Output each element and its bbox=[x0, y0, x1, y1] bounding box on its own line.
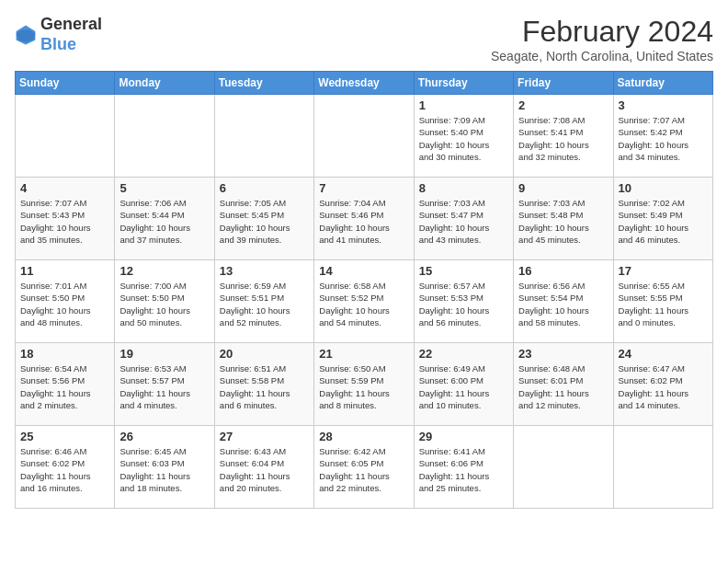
calendar-week-row: 4Sunrise: 7:07 AM Sunset: 5:43 PM Daylig… bbox=[16, 178, 713, 260]
day-info: Sunrise: 6:41 AM Sunset: 6:06 PM Dayligh… bbox=[419, 445, 508, 494]
day-info: Sunrise: 6:47 AM Sunset: 6:02 PM Dayligh… bbox=[619, 362, 708, 411]
weekday-header-row: SundayMondayTuesdayWednesdayThursdayFrid… bbox=[16, 72, 713, 95]
weekday-header-friday: Friday bbox=[514, 72, 613, 95]
calendar-cell bbox=[613, 426, 712, 509]
calendar-cell bbox=[115, 95, 214, 178]
weekday-header-wednesday: Wednesday bbox=[314, 72, 414, 95]
day-info: Sunrise: 7:08 AM Sunset: 5:41 PM Dayligh… bbox=[518, 114, 608, 163]
day-info: Sunrise: 6:42 AM Sunset: 6:05 PM Dayligh… bbox=[319, 445, 408, 494]
day-info: Sunrise: 7:09 AM Sunset: 5:40 PM Dayligh… bbox=[419, 114, 508, 163]
calendar-week-row: 1Sunrise: 7:09 AM Sunset: 5:40 PM Daylig… bbox=[16, 95, 713, 178]
calendar-cell: 3Sunrise: 7:07 AM Sunset: 5:42 PM Daylig… bbox=[613, 95, 712, 178]
day-number: 8 bbox=[419, 181, 508, 195]
calendar-cell: 29Sunrise: 6:41 AM Sunset: 6:06 PM Dayli… bbox=[414, 426, 513, 509]
day-info: Sunrise: 6:43 AM Sunset: 6:04 PM Dayligh… bbox=[220, 445, 309, 494]
location: Seagate, North Carolina, United States bbox=[491, 49, 713, 63]
day-number: 20 bbox=[220, 347, 309, 361]
calendar-cell bbox=[16, 95, 115, 178]
calendar-cell: 17Sunrise: 6:55 AM Sunset: 5:55 PM Dayli… bbox=[613, 260, 712, 343]
day-info: Sunrise: 7:01 AM Sunset: 5:50 PM Dayligh… bbox=[20, 280, 109, 328]
logo-icon bbox=[15, 24, 37, 46]
calendar-cell: 22Sunrise: 6:49 AM Sunset: 6:00 PM Dayli… bbox=[414, 343, 513, 426]
day-info: Sunrise: 7:05 AM Sunset: 5:45 PM Dayligh… bbox=[220, 197, 309, 246]
calendar-cell: 11Sunrise: 7:01 AM Sunset: 5:50 PM Dayli… bbox=[16, 260, 115, 343]
calendar-cell: 5Sunrise: 7:06 AM Sunset: 5:44 PM Daylig… bbox=[115, 178, 214, 260]
day-info: Sunrise: 6:45 AM Sunset: 6:03 PM Dayligh… bbox=[119, 445, 209, 494]
day-number: 22 bbox=[419, 347, 508, 361]
day-number: 17 bbox=[619, 264, 708, 278]
day-number: 21 bbox=[319, 347, 408, 361]
day-number: 27 bbox=[220, 430, 309, 443]
calendar-week-row: 25Sunrise: 6:46 AM Sunset: 6:02 PM Dayli… bbox=[16, 426, 713, 509]
calendar-cell: 23Sunrise: 6:48 AM Sunset: 6:01 PM Dayli… bbox=[514, 343, 613, 426]
day-info: Sunrise: 6:55 AM Sunset: 5:55 PM Dayligh… bbox=[619, 280, 708, 328]
day-info: Sunrise: 6:51 AM Sunset: 5:58 PM Dayligh… bbox=[220, 362, 309, 411]
day-number: 7 bbox=[319, 181, 408, 195]
day-number: 12 bbox=[119, 264, 209, 278]
title-block: February 2024 Seagate, North Carolina, U… bbox=[491, 15, 713, 63]
calendar-cell: 18Sunrise: 6:54 AM Sunset: 5:56 PM Dayli… bbox=[16, 343, 115, 426]
day-info: Sunrise: 6:53 AM Sunset: 5:57 PM Dayligh… bbox=[119, 362, 209, 411]
day-number: 9 bbox=[518, 181, 608, 195]
day-number: 26 bbox=[119, 430, 209, 443]
calendar-week-row: 18Sunrise: 6:54 AM Sunset: 5:56 PM Dayli… bbox=[16, 343, 713, 426]
day-number: 28 bbox=[319, 430, 408, 443]
weekday-header-saturday: Saturday bbox=[613, 72, 712, 95]
day-number: 18 bbox=[20, 347, 109, 361]
calendar-cell bbox=[514, 426, 613, 509]
day-number: 16 bbox=[518, 264, 608, 278]
calendar-cell: 1Sunrise: 7:09 AM Sunset: 5:40 PM Daylig… bbox=[414, 95, 513, 178]
day-number: 14 bbox=[319, 264, 408, 278]
day-info: Sunrise: 7:02 AM Sunset: 5:49 PM Dayligh… bbox=[619, 197, 708, 246]
calendar-cell: 24Sunrise: 6:47 AM Sunset: 6:02 PM Dayli… bbox=[613, 343, 712, 426]
day-info: Sunrise: 6:46 AM Sunset: 6:02 PM Dayligh… bbox=[20, 445, 109, 494]
day-number: 1 bbox=[419, 98, 508, 112]
day-info: Sunrise: 6:49 AM Sunset: 6:00 PM Dayligh… bbox=[419, 362, 508, 411]
day-number: 29 bbox=[419, 430, 508, 443]
calendar-cell: 16Sunrise: 6:56 AM Sunset: 5:54 PM Dayli… bbox=[514, 260, 613, 343]
day-info: Sunrise: 7:03 AM Sunset: 5:48 PM Dayligh… bbox=[518, 197, 608, 246]
day-number: 25 bbox=[20, 430, 109, 443]
calendar-cell: 13Sunrise: 6:59 AM Sunset: 5:51 PM Dayli… bbox=[214, 260, 313, 343]
calendar-cell bbox=[314, 95, 414, 178]
calendar-cell: 27Sunrise: 6:43 AM Sunset: 6:04 PM Dayli… bbox=[214, 426, 313, 509]
calendar-cell: 28Sunrise: 6:42 AM Sunset: 6:05 PM Dayli… bbox=[314, 426, 414, 509]
day-info: Sunrise: 6:54 AM Sunset: 5:56 PM Dayligh… bbox=[20, 362, 109, 411]
weekday-header-monday: Monday bbox=[115, 72, 214, 95]
day-info: Sunrise: 6:58 AM Sunset: 5:52 PM Dayligh… bbox=[319, 280, 408, 328]
day-info: Sunrise: 6:57 AM Sunset: 5:53 PM Dayligh… bbox=[419, 280, 508, 328]
calendar-cell: 4Sunrise: 7:07 AM Sunset: 5:43 PM Daylig… bbox=[16, 178, 115, 260]
calendar-cell: 6Sunrise: 7:05 AM Sunset: 5:45 PM Daylig… bbox=[214, 178, 313, 260]
logo: General Blue bbox=[15, 15, 102, 54]
calendar-cell: 19Sunrise: 6:53 AM Sunset: 5:57 PM Dayli… bbox=[115, 343, 214, 426]
calendar-cell bbox=[214, 95, 313, 178]
calendar-cell: 10Sunrise: 7:02 AM Sunset: 5:49 PM Dayli… bbox=[613, 178, 712, 260]
day-number: 13 bbox=[220, 264, 309, 278]
day-info: Sunrise: 6:59 AM Sunset: 5:51 PM Dayligh… bbox=[220, 280, 309, 328]
day-number: 11 bbox=[20, 264, 109, 278]
day-number: 15 bbox=[419, 264, 508, 278]
calendar-cell: 14Sunrise: 6:58 AM Sunset: 5:52 PM Dayli… bbox=[314, 260, 414, 343]
calendar-cell: 8Sunrise: 7:03 AM Sunset: 5:47 PM Daylig… bbox=[414, 178, 513, 260]
day-number: 3 bbox=[619, 98, 708, 112]
day-number: 24 bbox=[619, 347, 708, 361]
month-title: February 2024 bbox=[491, 15, 713, 49]
day-number: 2 bbox=[518, 98, 608, 112]
calendar-week-row: 11Sunrise: 7:01 AM Sunset: 5:50 PM Dayli… bbox=[16, 260, 713, 343]
day-info: Sunrise: 6:48 AM Sunset: 6:01 PM Dayligh… bbox=[518, 362, 608, 411]
calendar-cell: 15Sunrise: 6:57 AM Sunset: 5:53 PM Dayli… bbox=[414, 260, 513, 343]
calendar-cell: 12Sunrise: 7:00 AM Sunset: 5:50 PM Dayli… bbox=[115, 260, 214, 343]
calendar-cell: 2Sunrise: 7:08 AM Sunset: 5:41 PM Daylig… bbox=[514, 95, 613, 178]
page-header: General Blue February 2024 Seagate, Nort… bbox=[15, 15, 713, 63]
day-number: 5 bbox=[119, 181, 209, 195]
day-number: 23 bbox=[518, 347, 608, 361]
day-number: 6 bbox=[220, 181, 309, 195]
day-number: 10 bbox=[619, 181, 708, 195]
weekday-header-tuesday: Tuesday bbox=[214, 72, 313, 95]
day-info: Sunrise: 7:04 AM Sunset: 5:46 PM Dayligh… bbox=[319, 197, 408, 246]
weekday-header-thursday: Thursday bbox=[414, 72, 513, 95]
day-info: Sunrise: 6:50 AM Sunset: 5:59 PM Dayligh… bbox=[319, 362, 408, 411]
day-info: Sunrise: 6:56 AM Sunset: 5:54 PM Dayligh… bbox=[518, 280, 608, 328]
calendar-cell: 25Sunrise: 6:46 AM Sunset: 6:02 PM Dayli… bbox=[16, 426, 115, 509]
weekday-header-sunday: Sunday bbox=[16, 72, 115, 95]
